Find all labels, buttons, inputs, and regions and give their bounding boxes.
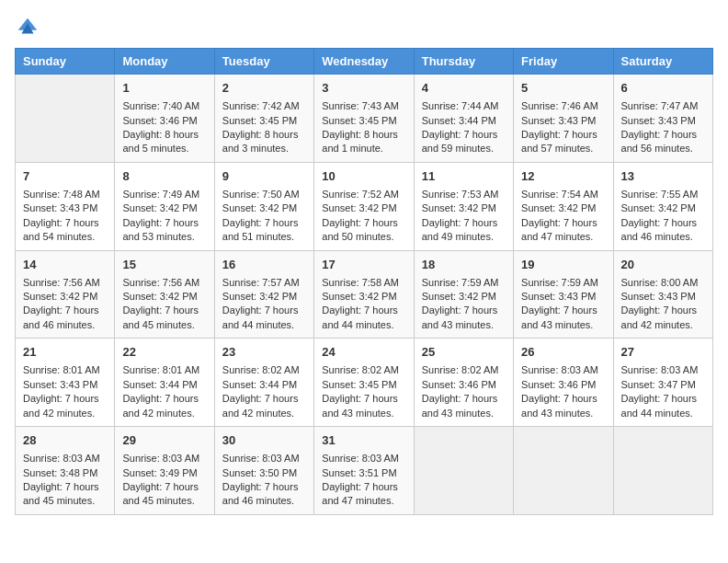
daylight-text: Daylight: 7 hours and 53 minutes. bbox=[122, 216, 206, 245]
sunrise-text: Sunrise: 7:42 AM bbox=[222, 99, 306, 113]
daylight-text: Daylight: 7 hours and 44 minutes. bbox=[322, 304, 405, 332]
sunrise-text: Sunrise: 7:58 AM bbox=[322, 276, 405, 290]
daylight-text: Daylight: 7 hours and 47 minutes. bbox=[521, 216, 605, 245]
day-number: 4 bbox=[422, 80, 506, 97]
calendar-cell: 18Sunrise: 7:59 AMSunset: 3:42 PMDayligh… bbox=[414, 250, 513, 339]
sunset-text: Sunset: 3:46 PM bbox=[122, 114, 206, 128]
sunset-text: Sunset: 3:47 PM bbox=[621, 378, 705, 392]
sunset-text: Sunset: 3:42 PM bbox=[222, 290, 306, 304]
sunrise-text: Sunrise: 8:03 AM bbox=[23, 452, 107, 465]
daylight-text: Daylight: 7 hours and 46 minutes. bbox=[621, 216, 705, 245]
daylight-text: Daylight: 7 hours and 42 minutes. bbox=[122, 392, 206, 420]
day-number: 30 bbox=[222, 432, 306, 449]
sunrise-text: Sunrise: 7:47 AM bbox=[621, 99, 705, 113]
day-number: 17 bbox=[322, 257, 405, 273]
sunset-text: Sunset: 3:43 PM bbox=[621, 114, 705, 128]
header-wednesday: Wednesday bbox=[314, 49, 414, 75]
day-number: 2 bbox=[222, 80, 306, 97]
daylight-text: Daylight: 8 hours and 3 minutes. bbox=[222, 128, 306, 156]
daylight-text: Daylight: 7 hours and 50 minutes. bbox=[322, 216, 405, 245]
sunset-text: Sunset: 3:46 PM bbox=[422, 378, 506, 392]
day-number: 26 bbox=[521, 344, 605, 361]
sunset-text: Sunset: 3:50 PM bbox=[222, 466, 306, 480]
sunset-text: Sunset: 3:44 PM bbox=[122, 378, 206, 392]
daylight-text: Daylight: 7 hours and 59 minutes. bbox=[422, 128, 506, 156]
calendar-cell: 27Sunrise: 8:03 AMSunset: 3:47 PMDayligh… bbox=[613, 339, 712, 427]
day-number: 1 bbox=[122, 80, 206, 97]
week-row-4: 21Sunrise: 8:01 AMSunset: 3:43 PMDayligh… bbox=[16, 339, 713, 427]
day-number: 8 bbox=[122, 168, 206, 185]
sunrise-text: Sunrise: 8:03 AM bbox=[222, 452, 306, 465]
sunrise-text: Sunrise: 7:50 AM bbox=[222, 188, 306, 201]
calendar-cell: 8Sunrise: 7:49 AMSunset: 3:42 PMDaylight… bbox=[115, 162, 214, 250]
day-number: 21 bbox=[23, 344, 107, 361]
calendar-cell: 23Sunrise: 8:02 AMSunset: 3:44 PMDayligh… bbox=[214, 339, 313, 427]
sunset-text: Sunset: 3:43 PM bbox=[521, 290, 605, 304]
calendar-cell bbox=[613, 427, 712, 515]
page-header bbox=[15, 15, 713, 40]
calendar-cell: 22Sunrise: 8:01 AMSunset: 3:44 PMDayligh… bbox=[115, 339, 214, 427]
day-number: 27 bbox=[621, 344, 705, 361]
day-number: 29 bbox=[122, 432, 206, 449]
daylight-text: Daylight: 7 hours and 43 minutes. bbox=[521, 304, 605, 332]
day-number: 5 bbox=[521, 80, 605, 97]
week-row-1: 1Sunrise: 7:40 AMSunset: 3:46 PMDaylight… bbox=[16, 75, 713, 163]
sunset-text: Sunset: 3:42 PM bbox=[322, 290, 405, 304]
calendar-cell: 28Sunrise: 8:03 AMSunset: 3:48 PMDayligh… bbox=[16, 427, 115, 515]
daylight-text: Daylight: 7 hours and 44 minutes. bbox=[621, 392, 705, 420]
daylight-text: Daylight: 7 hours and 57 minutes. bbox=[521, 128, 605, 156]
header-sunday: Sunday bbox=[16, 49, 115, 75]
daylight-text: Daylight: 7 hours and 43 minutes. bbox=[422, 392, 506, 420]
daylight-text: Daylight: 7 hours and 42 minutes. bbox=[621, 304, 705, 332]
daylight-text: Daylight: 7 hours and 42 minutes. bbox=[222, 392, 306, 420]
sunset-text: Sunset: 3:45 PM bbox=[322, 378, 405, 392]
calendar-cell: 11Sunrise: 7:53 AMSunset: 3:42 PMDayligh… bbox=[414, 162, 513, 250]
daylight-text: Daylight: 8 hours and 5 minutes. bbox=[122, 128, 206, 156]
sunrise-text: Sunrise: 7:52 AM bbox=[322, 188, 405, 201]
sunset-text: Sunset: 3:49 PM bbox=[122, 466, 206, 480]
daylight-text: Daylight: 7 hours and 47 minutes. bbox=[322, 480, 405, 509]
sunset-text: Sunset: 3:44 PM bbox=[422, 114, 506, 128]
sunrise-text: Sunrise: 7:54 AM bbox=[521, 188, 605, 201]
sunrise-text: Sunrise: 7:40 AM bbox=[122, 99, 206, 113]
sunset-text: Sunset: 3:43 PM bbox=[521, 114, 605, 128]
calendar-cell: 21Sunrise: 8:01 AMSunset: 3:43 PMDayligh… bbox=[16, 339, 115, 427]
day-number: 11 bbox=[422, 168, 506, 185]
calendar-cell: 10Sunrise: 7:52 AMSunset: 3:42 PMDayligh… bbox=[314, 162, 414, 250]
sunrise-text: Sunrise: 8:03 AM bbox=[621, 363, 705, 377]
calendar-cell: 1Sunrise: 7:40 AMSunset: 3:46 PMDaylight… bbox=[115, 75, 214, 163]
day-number: 16 bbox=[222, 257, 306, 273]
sunrise-text: Sunrise: 7:48 AM bbox=[23, 188, 107, 201]
daylight-text: Daylight: 7 hours and 54 minutes. bbox=[23, 216, 107, 245]
sunrise-text: Sunrise: 7:46 AM bbox=[521, 99, 605, 113]
daylight-text: Daylight: 7 hours and 45 minutes. bbox=[122, 304, 206, 332]
calendar-cell: 7Sunrise: 7:48 AMSunset: 3:43 PMDaylight… bbox=[16, 162, 115, 250]
header-friday: Friday bbox=[514, 49, 613, 75]
day-number: 23 bbox=[222, 344, 306, 361]
sunset-text: Sunset: 3:42 PM bbox=[23, 290, 107, 304]
day-number: 14 bbox=[23, 257, 107, 273]
day-number: 12 bbox=[521, 168, 605, 185]
sunrise-text: Sunrise: 7:43 AM bbox=[322, 99, 405, 113]
sunset-text: Sunset: 3:42 PM bbox=[422, 201, 506, 215]
daylight-text: Daylight: 7 hours and 43 minutes. bbox=[521, 392, 605, 420]
sunrise-text: Sunrise: 8:03 AM bbox=[322, 452, 405, 465]
daylight-text: Daylight: 7 hours and 45 minutes. bbox=[122, 480, 206, 509]
sunrise-text: Sunrise: 7:57 AM bbox=[222, 276, 306, 290]
sunrise-text: Sunrise: 7:56 AM bbox=[23, 276, 107, 290]
day-number: 24 bbox=[322, 344, 405, 361]
calendar-cell: 14Sunrise: 7:56 AMSunset: 3:42 PMDayligh… bbox=[16, 250, 115, 339]
calendar-header-row: SundayMondayTuesdayWednesdayThursdayFrid… bbox=[16, 49, 713, 75]
sunrise-text: Sunrise: 7:59 AM bbox=[521, 276, 605, 290]
calendar-cell: 6Sunrise: 7:47 AMSunset: 3:43 PMDaylight… bbox=[613, 75, 712, 163]
calendar-cell: 15Sunrise: 7:56 AMSunset: 3:42 PMDayligh… bbox=[115, 250, 214, 339]
daylight-text: Daylight: 7 hours and 44 minutes. bbox=[222, 304, 306, 332]
calendar-cell: 3Sunrise: 7:43 AMSunset: 3:45 PMDaylight… bbox=[314, 75, 414, 163]
daylight-text: Daylight: 7 hours and 46 minutes. bbox=[23, 304, 107, 332]
day-number: 13 bbox=[621, 168, 705, 185]
sunrise-text: Sunrise: 7:53 AM bbox=[422, 188, 506, 201]
sunset-text: Sunset: 3:42 PM bbox=[222, 201, 306, 215]
calendar-cell: 5Sunrise: 7:46 AMSunset: 3:43 PMDaylight… bbox=[514, 75, 613, 163]
sunset-text: Sunset: 3:45 PM bbox=[222, 114, 306, 128]
sunrise-text: Sunrise: 8:02 AM bbox=[322, 363, 405, 377]
